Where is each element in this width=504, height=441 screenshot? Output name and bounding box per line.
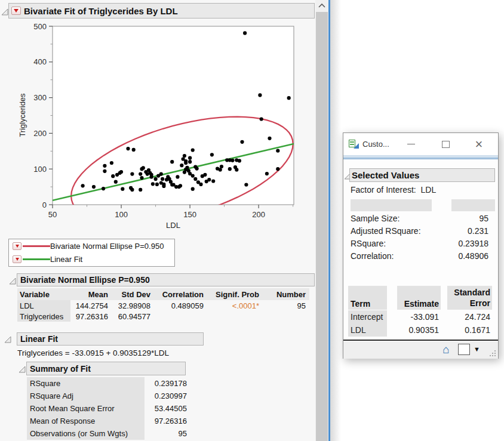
dropdown-button[interactable]: ▼ bbox=[474, 346, 480, 353]
data-point[interactable] bbox=[199, 183, 202, 186]
data-point[interactable] bbox=[162, 184, 165, 188]
disclosure-triangle-linear-fit[interactable] bbox=[4, 335, 11, 342]
linear-fit-section-header[interactable]: Linear Fit bbox=[17, 332, 204, 346]
data-point[interactable] bbox=[193, 177, 197, 181]
data-point[interactable] bbox=[154, 177, 158, 181]
data-point[interactable] bbox=[103, 169, 106, 173]
report-title-bar[interactable]: Bivariate Fit of Triglycerides By LDL bbox=[8, 3, 315, 18]
minimize-button[interactable] bbox=[399, 133, 423, 155]
data-point[interactable] bbox=[203, 173, 207, 177]
selected-values-header[interactable]: Selected Values bbox=[349, 168, 495, 182]
vertical-scrollbar[interactable] bbox=[315, 0, 328, 441]
resize-grip[interactable] bbox=[489, 350, 496, 357]
x-axis-title: LDL bbox=[166, 221, 180, 230]
data-point[interactable] bbox=[260, 117, 263, 121]
disclosure-triangle-ellipse-section[interactable] bbox=[9, 276, 16, 283]
data-point[interactable] bbox=[159, 172, 163, 176]
data-point[interactable] bbox=[276, 149, 279, 153]
data-point[interactable] bbox=[155, 183, 159, 186]
red-triangle-menu-icon[interactable] bbox=[13, 242, 21, 250]
data-point[interactable] bbox=[188, 156, 192, 160]
data-point[interactable] bbox=[243, 31, 247, 35]
data-point[interactable] bbox=[228, 167, 232, 171]
data-point[interactable] bbox=[147, 168, 150, 172]
data-point[interactable] bbox=[92, 185, 96, 189]
red-triangle-menu-icon[interactable] bbox=[11, 7, 21, 15]
term-cell: Intercept bbox=[348, 310, 387, 323]
data-point[interactable] bbox=[176, 175, 179, 178]
data-point[interactable] bbox=[210, 153, 214, 156]
table-row: Root Mean Square Error53.44505 bbox=[27, 402, 188, 415]
data-point[interactable] bbox=[191, 187, 195, 191]
data-point[interactable] bbox=[132, 148, 136, 152]
cell-correlation: 0.489059 bbox=[154, 300, 207, 311]
data-point[interactable] bbox=[258, 93, 262, 97]
disclosure-triangle-summary[interactable] bbox=[19, 365, 26, 372]
data-point[interactable] bbox=[161, 177, 164, 181]
data-point[interactable] bbox=[111, 174, 115, 178]
data-point[interactable] bbox=[183, 171, 186, 174]
scrollbar-up-button[interactable] bbox=[315, 0, 328, 12]
disclosure-triangle-report[interactable] bbox=[1, 7, 8, 14]
scatter-plot-canvas[interactable]: 501001502000100200300400500 bbox=[29, 23, 303, 229]
data-point[interactable] bbox=[244, 183, 248, 186]
data-point[interactable] bbox=[103, 164, 106, 168]
x-tick-label: 200 bbox=[252, 210, 265, 219]
data-point[interactable] bbox=[183, 154, 186, 158]
data-point[interactable] bbox=[119, 170, 123, 174]
data-point[interactable] bbox=[102, 187, 105, 190]
data-point[interactable] bbox=[235, 168, 238, 171]
data-point[interactable] bbox=[191, 174, 195, 178]
data-point[interactable] bbox=[114, 180, 118, 184]
legend-item-linear-fit[interactable]: Linear Fit bbox=[13, 254, 174, 265]
data-point[interactable] bbox=[142, 166, 145, 169]
close-button[interactable]: × bbox=[467, 133, 491, 155]
data-point[interactable] bbox=[238, 159, 241, 162]
data-point[interactable] bbox=[193, 165, 197, 169]
home-button[interactable]: ⌂ bbox=[439, 343, 453, 357]
data-point[interactable] bbox=[170, 160, 174, 164]
stat-value: 0.239178 bbox=[145, 377, 188, 390]
data-point[interactable] bbox=[268, 137, 271, 140]
window-title-bar[interactable]: Custo... × bbox=[343, 133, 498, 155]
data-point[interactable] bbox=[121, 187, 124, 191]
data-point[interactable] bbox=[170, 183, 174, 186]
color-swatch-button[interactable] bbox=[458, 344, 470, 355]
data-point[interactable] bbox=[220, 165, 223, 168]
maximize-button[interactable] bbox=[434, 133, 457, 155]
data-point[interactable] bbox=[115, 173, 119, 177]
data-point[interactable] bbox=[211, 179, 215, 183]
data-point[interactable] bbox=[81, 184, 85, 187]
data-point[interactable] bbox=[139, 172, 142, 176]
data-point[interactable] bbox=[126, 147, 130, 150]
data-point[interactable] bbox=[219, 168, 222, 171]
data-point[interactable] bbox=[231, 159, 234, 162]
data-point[interactable] bbox=[110, 161, 113, 165]
data-point[interactable] bbox=[179, 184, 182, 187]
ellipse-section-header[interactable]: Bivariate Normal Ellipse P=0.950 bbox=[17, 273, 315, 286]
data-point[interactable] bbox=[265, 172, 269, 175]
data-point[interactable] bbox=[207, 178, 211, 181]
data-point[interactable] bbox=[180, 164, 183, 167]
scrollbar-thumb[interactable] bbox=[316, 12, 328, 441]
data-point[interactable] bbox=[130, 188, 134, 192]
data-point[interactable] bbox=[140, 176, 143, 180]
red-triangle-menu-icon[interactable] bbox=[13, 255, 21, 263]
legend-item-ellipse[interactable]: Bivariate Normal Ellipse P=0.950 bbox=[13, 240, 174, 252]
data-point[interactable] bbox=[188, 160, 192, 164]
data-point[interactable] bbox=[150, 175, 153, 178]
y-tick-label: 200 bbox=[33, 129, 47, 138]
data-point[interactable] bbox=[191, 148, 195, 152]
summary-of-fit-header[interactable]: Summary of Fit bbox=[26, 362, 186, 375]
data-point[interactable] bbox=[287, 96, 291, 100]
data-point[interactable] bbox=[139, 188, 142, 192]
col-header: Correlation bbox=[154, 288, 207, 300]
data-point[interactable] bbox=[240, 140, 244, 144]
x-tick-label: 150 bbox=[183, 210, 196, 219]
data-point[interactable] bbox=[184, 161, 188, 165]
cell-empty bbox=[263, 311, 309, 322]
data-point[interactable] bbox=[151, 182, 155, 186]
section-title: Selected Values bbox=[350, 170, 419, 180]
data-point[interactable] bbox=[130, 172, 134, 176]
data-point[interactable] bbox=[276, 167, 279, 171]
